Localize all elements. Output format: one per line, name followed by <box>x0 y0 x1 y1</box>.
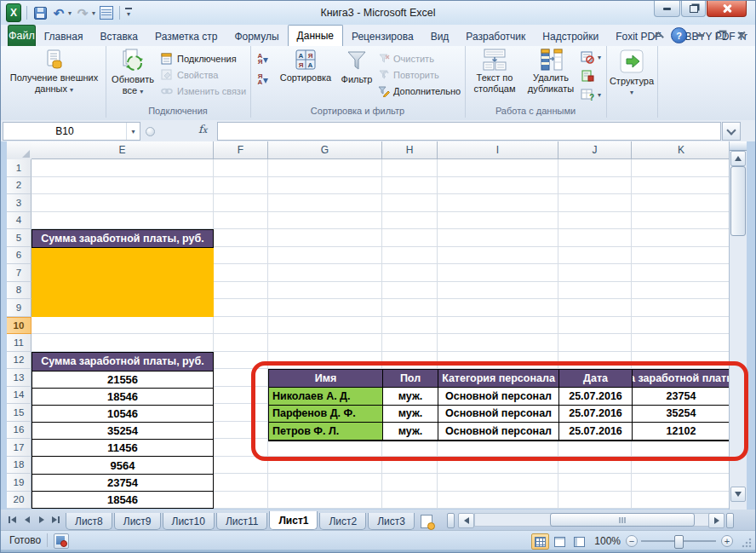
cell-K9[interactable] <box>632 299 731 317</box>
row-header-10[interactable]: 10 <box>7 317 32 335</box>
orange-filled-range-e6-e9[interactable] <box>32 248 214 318</box>
cell-H1[interactable] <box>382 159 438 177</box>
personnel-header-3[interactable]: Категория персонала <box>438 370 559 388</box>
zoom-out-button[interactable]: − <box>626 535 638 547</box>
zoom-in-button[interactable]: + <box>721 535 733 547</box>
insert-function-icon[interactable]: fx <box>198 123 207 135</box>
ribbon-tab-Данные[interactable]: Данные <box>288 25 343 46</box>
cell-K8[interactable] <box>632 282 731 300</box>
row-header-1[interactable]: 1 <box>7 159 32 177</box>
cell-E1[interactable] <box>32 159 214 177</box>
cell-I8[interactable] <box>438 282 558 300</box>
cell-e20[interactable]: 18546 <box>32 491 213 508</box>
cell-F9[interactable] <box>214 299 268 317</box>
cell-K6[interactable] <box>632 247 731 265</box>
select-all-corner[interactable] <box>7 141 32 160</box>
personnel-cell-r3c2[interactable]: муж. <box>383 423 438 441</box>
sheet-tab-Лист9[interactable]: Лист9 <box>114 513 161 530</box>
cell-H7[interactable] <box>382 264 438 282</box>
sheet-tab-Лист2[interactable]: Лист2 <box>319 513 366 530</box>
formula-bar-handle[interactable] <box>146 127 155 136</box>
personnel-cell-r2c4[interactable]: 25.07.2016 <box>559 406 633 423</box>
cell-G20[interactable] <box>268 492 382 510</box>
sort-za-button[interactable]: ЯА <box>253 70 273 88</box>
cell-G7[interactable] <box>268 264 382 282</box>
cell-F19[interactable] <box>214 474 268 492</box>
cell-F11[interactable] <box>214 334 268 352</box>
sheet-tab-Лист10[interactable]: Лист10 <box>163 513 215 530</box>
cell-F4[interactable] <box>214 212 268 230</box>
personnel-cell-r1c3[interactable]: Основной персонал <box>438 388 559 406</box>
workbook-restore-button[interactable] <box>714 30 728 42</box>
cell-J3[interactable] <box>558 194 632 212</box>
personnel-header-1[interactable]: Имя <box>269 370 383 388</box>
cell-K12[interactable] <box>632 352 731 370</box>
cell-F20[interactable] <box>214 492 268 510</box>
cell-H17[interactable] <box>382 439 438 457</box>
cell-I9[interactable] <box>438 299 558 317</box>
row-header-18[interactable]: 18 <box>7 457 32 475</box>
cell-H5[interactable] <box>382 229 438 247</box>
cell-F16[interactable] <box>214 422 268 440</box>
row-header-13[interactable]: 13 <box>7 369 32 387</box>
cell-F17[interactable] <box>214 439 268 457</box>
row-header-12[interactable]: 12 <box>7 352 32 370</box>
cell-K1[interactable] <box>632 159 731 177</box>
cell-I10[interactable] <box>438 317 558 335</box>
sheet-tab-Лист1[interactable]: Лист1 <box>269 511 318 530</box>
cell-J5[interactable] <box>558 229 632 247</box>
restore-button[interactable] <box>681 1 706 17</box>
vertical-scroll-thumb[interactable] <box>730 166 746 236</box>
column-header-H[interactable]: H <box>382 141 438 159</box>
row-header-4[interactable]: 4 <box>7 212 32 230</box>
redo-button[interactable]: ↷ <box>75 5 90 20</box>
cell-e13[interactable]: 21556 <box>32 371 213 388</box>
cell-J19[interactable] <box>558 474 632 492</box>
column-header-K[interactable]: K <box>632 141 731 159</box>
row-header-17[interactable]: 17 <box>7 439 32 457</box>
cell-F14[interactable] <box>214 387 268 405</box>
ribbon-tab-Рецензирова[interactable]: Рецензирова <box>343 27 422 46</box>
cell-E10[interactable] <box>32 317 214 335</box>
cell-J2[interactable] <box>558 177 632 195</box>
connections-button[interactable]: Подключения <box>160 51 237 66</box>
cell-I20[interactable] <box>438 492 558 510</box>
workbook-close-button[interactable] <box>735 30 748 42</box>
cell-J6[interactable] <box>558 247 632 265</box>
cell-I17[interactable] <box>438 439 558 457</box>
cell-H19[interactable] <box>382 474 438 492</box>
formula-input[interactable] <box>217 122 721 141</box>
zoom-level[interactable]: 100% <box>594 535 621 547</box>
personnel-cell-r3c3[interactable]: Основной персонал <box>438 423 559 441</box>
cell-K17[interactable] <box>632 439 731 457</box>
zoom-slider-thumb[interactable] <box>674 535 684 549</box>
first-sheet-button[interactable] <box>6 513 19 527</box>
cell-e17[interactable]: 11456 <box>32 439 213 456</box>
cell-K11[interactable] <box>632 334 731 352</box>
cell-F15[interactable] <box>214 404 268 422</box>
help-icon[interactable]: ? <box>671 27 687 43</box>
undo-button[interactable]: ↶ <box>51 5 66 20</box>
row-header-9[interactable]: 9 <box>7 299 32 317</box>
normal-view-button[interactable] <box>531 533 549 550</box>
cell-J11[interactable] <box>558 334 632 352</box>
cell-I2[interactable] <box>438 177 558 195</box>
cell-e14[interactable]: 18546 <box>32 388 213 405</box>
tab-file[interactable]: Файл <box>8 25 36 46</box>
horizontal-scroll-thumb[interactable] <box>550 513 695 527</box>
cell-F3[interactable] <box>214 194 268 212</box>
cell-G17[interactable] <box>268 439 382 457</box>
cell-G4[interactable] <box>268 212 382 230</box>
cell-F1[interactable] <box>214 159 268 177</box>
filter-button[interactable]: Фильтр <box>337 49 376 85</box>
cell-J12[interactable] <box>558 352 632 370</box>
personnel-cell-r3c5[interactable]: 12102 <box>633 423 730 441</box>
row-header-7[interactable]: 7 <box>7 264 32 282</box>
sheet-tab-Лист8[interactable]: Лист8 <box>66 513 112 530</box>
cell-G2[interactable] <box>268 177 382 195</box>
name-box-dropdown[interactable]: ▾ <box>126 123 140 140</box>
cell-G5[interactable] <box>268 229 382 247</box>
cell-J9[interactable] <box>558 299 632 317</box>
row-header-8[interactable]: 8 <box>7 282 32 300</box>
cell-G1[interactable] <box>268 159 382 177</box>
